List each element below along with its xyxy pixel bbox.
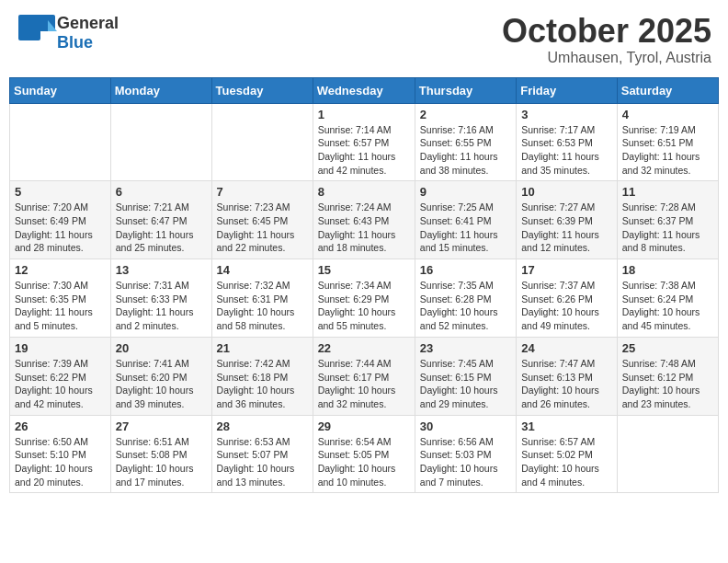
calendar-cell: 4Sunrise: 7:19 AM Sunset: 6:51 PM Daylig… [617,103,718,181]
day-info: Sunrise: 7:27 AM Sunset: 6:39 PM Dayligh… [521,201,612,255]
day-number: 14 [217,263,308,277]
day-info: Sunrise: 7:30 AM Sunset: 6:35 PM Dayligh… [15,279,106,333]
day-info: Sunrise: 7:17 AM Sunset: 6:53 PM Dayligh… [521,123,612,178]
day-info: Sunrise: 7:45 AM Sunset: 6:15 PM Dayligh… [420,357,511,411]
day-info: Sunrise: 7:25 AM Sunset: 6:41 PM Dayligh… [420,201,511,255]
day-number: 24 [521,341,612,355]
day-info: Sunrise: 7:23 AM Sunset: 6:45 PM Dayligh… [217,201,308,255]
logo-icon [17,13,57,53]
day-info: Sunrise: 6:50 AM Sunset: 5:10 PM Dayligh… [15,435,106,489]
calendar-cell: 21Sunrise: 7:42 AM Sunset: 6:18 PM Dayli… [211,337,313,415]
calendar-cell: 8Sunrise: 7:24 AM Sunset: 6:43 PM Daylig… [313,181,415,259]
day-info: Sunrise: 7:44 AM Sunset: 6:17 PM Dayligh… [318,357,410,411]
calendar-cell: 1Sunrise: 7:14 AM Sunset: 6:57 PM Daylig… [313,103,415,181]
day-number: 15 [318,263,410,277]
calendar-cell: 23Sunrise: 7:45 AM Sunset: 6:15 PM Dayli… [415,337,516,415]
page-header: General Blue October 2025 Umhausen, Tyro… [9,9,719,70]
day-info: Sunrise: 7:39 AM Sunset: 6:22 PM Dayligh… [15,357,106,411]
weekday-header-wednesday: Wednesday [313,77,415,103]
logo: General Blue [17,13,119,53]
calendar-table: SundayMondayTuesdayWednesdayThursdayFrid… [9,77,719,494]
logo-text: General Blue [57,14,119,52]
calendar-cell: 2Sunrise: 7:16 AM Sunset: 6:55 PM Daylig… [415,103,516,181]
calendar-cell: 11Sunrise: 7:28 AM Sunset: 6:37 PM Dayli… [617,181,718,259]
day-info: Sunrise: 7:37 AM Sunset: 6:26 PM Dayligh… [521,279,612,333]
day-info: Sunrise: 7:38 AM Sunset: 6:24 PM Dayligh… [622,279,713,333]
day-number: 30 [420,419,511,433]
calendar-cell [211,103,313,181]
calendar-cell: 22Sunrise: 7:44 AM Sunset: 6:17 PM Dayli… [313,337,415,415]
day-number: 13 [116,263,207,277]
logo-blue: Blue [57,33,93,52]
day-number: 23 [420,341,511,355]
calendar-cell: 3Sunrise: 7:17 AM Sunset: 6:53 PM Daylig… [517,103,618,181]
day-number: 1 [318,108,410,121]
day-number: 16 [420,263,511,277]
calendar-cell: 31Sunrise: 6:57 AM Sunset: 5:02 PM Dayli… [517,415,618,493]
day-number: 7 [217,185,308,199]
day-number: 28 [217,419,308,433]
day-number: 9 [420,185,511,199]
day-number: 22 [318,341,410,355]
day-info: Sunrise: 6:53 AM Sunset: 5:07 PM Dayligh… [217,435,308,489]
calendar-cell: 14Sunrise: 7:32 AM Sunset: 6:31 PM Dayli… [211,259,313,338]
calendar-cell: 16Sunrise: 7:35 AM Sunset: 6:28 PM Dayli… [415,259,516,338]
day-info: Sunrise: 7:19 AM Sunset: 6:51 PM Dayligh… [622,123,713,178]
day-number: 19 [15,341,106,355]
calendar-week-4: 19Sunrise: 7:39 AM Sunset: 6:22 PM Dayli… [10,337,719,415]
calendar-cell: 6Sunrise: 7:21 AM Sunset: 6:47 PM Daylig… [110,181,211,259]
logo-general: General [57,14,119,33]
day-info: Sunrise: 7:20 AM Sunset: 6:49 PM Dayligh… [15,201,106,255]
weekday-header-sunday: Sunday [10,77,111,103]
title-block: October 2025 Umhausen, Tyrol, Austria [502,13,711,66]
calendar-cell [617,415,718,493]
day-number: 20 [116,341,207,355]
calendar-week-5: 26Sunrise: 6:50 AM Sunset: 5:10 PM Dayli… [10,415,719,493]
weekday-header-friday: Friday [517,77,618,103]
weekday-header-thursday: Thursday [415,77,516,103]
day-number: 10 [521,185,612,199]
calendar-cell: 25Sunrise: 7:48 AM Sunset: 6:12 PM Dayli… [617,337,718,415]
calendar-cell: 7Sunrise: 7:23 AM Sunset: 6:45 PM Daylig… [211,181,313,259]
calendar-cell: 19Sunrise: 7:39 AM Sunset: 6:22 PM Dayli… [10,337,111,415]
day-info: Sunrise: 6:56 AM Sunset: 5:03 PM Dayligh… [420,435,511,489]
day-info: Sunrise: 6:51 AM Sunset: 5:08 PM Dayligh… [116,435,207,489]
calendar-cell: 28Sunrise: 6:53 AM Sunset: 5:07 PM Dayli… [211,415,313,493]
day-number: 17 [521,263,612,277]
day-info: Sunrise: 6:57 AM Sunset: 5:02 PM Dayligh… [521,435,612,489]
day-number: 11 [622,185,713,199]
calendar-cell: 29Sunrise: 6:54 AM Sunset: 5:05 PM Dayli… [313,415,415,493]
calendar-cell: 18Sunrise: 7:38 AM Sunset: 6:24 PM Dayli… [617,259,718,338]
day-info: Sunrise: 7:28 AM Sunset: 6:37 PM Dayligh… [622,201,713,255]
calendar-week-1: 1Sunrise: 7:14 AM Sunset: 6:57 PM Daylig… [10,103,719,181]
calendar-week-2: 5Sunrise: 7:20 AM Sunset: 6:49 PM Daylig… [10,181,719,259]
calendar-cell: 17Sunrise: 7:37 AM Sunset: 6:26 PM Dayli… [517,259,618,338]
calendar-cell: 26Sunrise: 6:50 AM Sunset: 5:10 PM Dayli… [10,415,111,493]
calendar-cell: 30Sunrise: 6:56 AM Sunset: 5:03 PM Dayli… [415,415,516,493]
day-info: Sunrise: 7:14 AM Sunset: 6:57 PM Dayligh… [318,123,410,178]
day-info: Sunrise: 6:54 AM Sunset: 5:05 PM Dayligh… [318,435,410,489]
calendar-cell: 24Sunrise: 7:47 AM Sunset: 6:13 PM Dayli… [517,337,618,415]
day-number: 5 [15,185,106,199]
day-number: 21 [217,341,308,355]
day-number: 4 [622,108,713,121]
day-info: Sunrise: 7:35 AM Sunset: 6:28 PM Dayligh… [420,279,511,333]
weekday-header-monday: Monday [110,77,211,103]
day-number: 12 [15,263,106,277]
day-info: Sunrise: 7:32 AM Sunset: 6:31 PM Dayligh… [217,279,308,333]
day-info: Sunrise: 7:48 AM Sunset: 6:12 PM Dayligh… [622,357,713,411]
calendar-cell: 27Sunrise: 6:51 AM Sunset: 5:08 PM Dayli… [110,415,211,493]
day-number: 2 [420,108,511,121]
location: Umhausen, Tyrol, Austria [502,50,711,66]
month-title: October 2025 [502,13,711,50]
calendar-cell: 5Sunrise: 7:20 AM Sunset: 6:49 PM Daylig… [10,181,111,259]
day-info: Sunrise: 7:24 AM Sunset: 6:43 PM Dayligh… [318,201,410,255]
calendar-cell: 13Sunrise: 7:31 AM Sunset: 6:33 PM Dayli… [110,259,211,338]
day-info: Sunrise: 7:42 AM Sunset: 6:18 PM Dayligh… [217,357,308,411]
calendar-week-3: 12Sunrise: 7:30 AM Sunset: 6:35 PM Dayli… [10,259,719,338]
day-number: 29 [318,419,410,433]
day-info: Sunrise: 7:34 AM Sunset: 6:29 PM Dayligh… [318,279,410,333]
weekday-header-tuesday: Tuesday [211,77,313,103]
day-number: 26 [15,419,106,433]
day-number: 31 [521,419,612,433]
